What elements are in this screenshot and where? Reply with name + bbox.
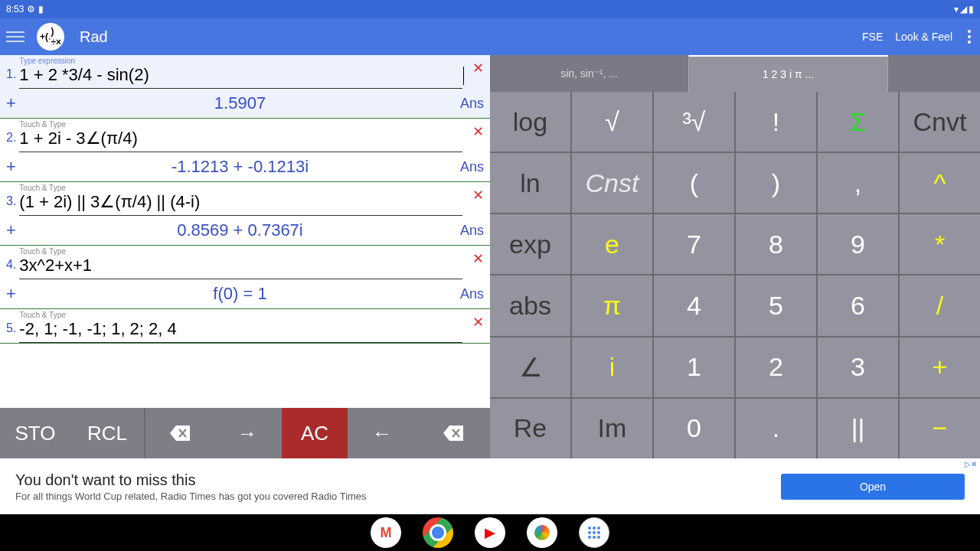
- rcl-button[interactable]: RCL: [72, 408, 142, 458]
- wifi-icon: ▾: [954, 4, 959, 15]
- add-entry-icon[interactable]: +: [6, 93, 20, 113]
- key-abs[interactable]: abs: [490, 276, 570, 335]
- system-nav-bar: M ▶: [0, 514, 980, 551]
- fse-button[interactable]: FSE: [862, 31, 883, 43]
- key-/[interactable]: /: [900, 276, 980, 335]
- key-−[interactable]: −: [900, 399, 980, 458]
- key-||[interactable]: ||: [818, 399, 898, 458]
- key-i[interactable]: i: [572, 337, 652, 397]
- key-)[interactable]: ): [736, 153, 816, 213]
- ad-banner[interactable]: You don't want to miss this For all thin…: [0, 458, 980, 514]
- overflow-menu-icon[interactable]: [965, 30, 974, 44]
- ans-button[interactable]: Ans: [460, 223, 484, 239]
- entry-hint: Touch & Type: [19, 247, 484, 256]
- key-cnst[interactable]: Cnst: [572, 153, 652, 213]
- close-icon[interactable]: ✕: [472, 60, 484, 77]
- entry-result[interactable]: -1.1213 + -0.1213i: [20, 157, 460, 177]
- ad-title: You don't want to miss this: [15, 471, 781, 489]
- ans-button[interactable]: Ans: [460, 159, 484, 175]
- backspace-icon[interactable]: [147, 408, 213, 458]
- keypad-pane: sin, sin⁻¹, ... 1 2 3 i π ... log√³√!ΣCn…: [490, 55, 980, 458]
- ad-subtitle: For all things World Cup related, Radio …: [15, 491, 781, 502]
- photos-icon[interactable]: [527, 517, 557, 548]
- add-entry-icon[interactable]: +: [6, 284, 20, 304]
- entry-expression[interactable]: (1 + 2i) || 3∠(π/4) || (4-i): [19, 192, 462, 216]
- entry-result[interactable]: 0.8569 + 0.7367i: [20, 220, 460, 240]
- key-0[interactable]: 0: [654, 399, 734, 458]
- youtube-icon[interactable]: ▶: [475, 517, 505, 548]
- entry-hint: Type expression: [19, 57, 484, 65]
- key-7[interactable]: 7: [654, 214, 734, 274]
- entry-expression[interactable]: -2, 1; -1, -1; 1, 2; 2, 4: [19, 319, 462, 343]
- key-^[interactable]: ^: [900, 153, 980, 213]
- mode-label[interactable]: Rad: [80, 28, 862, 46]
- key-σ[interactable]: Σ: [818, 92, 898, 152]
- look-feel-button[interactable]: Look & Feel: [895, 31, 952, 43]
- backspace-right-icon[interactable]: [416, 408, 490, 458]
- entry-hint: Touch & Type: [19, 120, 484, 129]
- key-2[interactable]: 2: [736, 337, 816, 397]
- status-time: 8:53: [6, 4, 24, 15]
- history-entry: 5. Touch & Type -2, 1; -1, -1; 1, 2; 2, …: [0, 309, 490, 344]
- entry-expression[interactable]: 1 + 2i - 3∠(π/4): [19, 129, 462, 152]
- close-icon[interactable]: ✕: [472, 123, 484, 140]
- entry-result[interactable]: 1.5907: [20, 93, 460, 113]
- key-6[interactable]: 6: [818, 276, 898, 335]
- key-9[interactable]: 9: [818, 214, 898, 274]
- cursor-right-icon[interactable]: →: [214, 408, 280, 458]
- ans-button[interactable]: Ans: [460, 96, 484, 112]
- key-1[interactable]: 1: [654, 337, 734, 397]
- key-+[interactable]: +: [900, 337, 980, 397]
- key-,[interactable]: ,: [818, 153, 898, 213]
- app-bar: +(.)÷× Rad FSE Look & Feel: [0, 18, 980, 55]
- key-5[interactable]: 5: [736, 276, 816, 335]
- tab-trig[interactable]: sin, sin⁻¹, ...: [490, 55, 688, 92]
- close-icon[interactable]: ✕: [472, 314, 484, 331]
- key-im[interactable]: Im: [572, 399, 652, 458]
- close-icon[interactable]: ✕: [472, 250, 484, 267]
- menu-button[interactable]: [6, 28, 24, 46]
- key-![interactable]: !: [736, 92, 816, 152]
- key-re[interactable]: Re: [490, 399, 570, 458]
- key-e[interactable]: e: [572, 214, 652, 274]
- key-3[interactable]: 3: [818, 337, 898, 397]
- add-entry-icon[interactable]: +: [6, 157, 20, 177]
- entry-number: 3.: [6, 194, 16, 208]
- key-∠[interactable]: ∠: [490, 337, 570, 397]
- key-([interactable]: (: [654, 153, 734, 213]
- sto-button[interactable]: STO: [0, 408, 70, 458]
- entry-number: 5.: [6, 321, 16, 335]
- status-bar: 8:53 ⚙ ▮ ▾ ◢ ▮: [0, 0, 980, 18]
- key-³√[interactable]: ³√: [654, 92, 734, 152]
- ans-button[interactable]: Ans: [460, 286, 484, 302]
- ad-choices-icon[interactable]: ▷✕: [965, 460, 977, 468]
- battery-icon: ▮: [969, 4, 974, 15]
- key-8[interactable]: 8: [736, 214, 816, 274]
- ad-open-button[interactable]: Open: [781, 474, 965, 500]
- signal-icon: ◢: [960, 4, 967, 15]
- key-π[interactable]: π: [572, 276, 652, 335]
- entry-result[interactable]: f(0) = 1: [20, 284, 460, 304]
- key-.[interactable]: .: [736, 399, 816, 458]
- add-entry-icon[interactable]: +: [6, 220, 20, 240]
- gear-icon: ⚙: [27, 4, 35, 15]
- key-ln[interactable]: ln: [490, 153, 570, 213]
- key-cnvt[interactable]: Cnvt: [900, 92, 980, 152]
- entry-number: 2.: [6, 131, 16, 145]
- ac-button[interactable]: AC: [282, 408, 348, 458]
- chrome-icon[interactable]: [423, 517, 453, 548]
- key-log[interactable]: log: [490, 92, 570, 152]
- apps-icon[interactable]: [579, 517, 609, 548]
- key-4[interactable]: 4: [654, 276, 734, 335]
- entry-expression[interactable]: 1 + 2 *3/4 - sin(2): [19, 65, 462, 89]
- history-entry: 2. Touch & Type 1 + 2i - 3∠(π/4) ✕ + -1.…: [0, 119, 490, 182]
- close-icon[interactable]: ✕: [472, 187, 484, 204]
- entry-expression[interactable]: 3x^2+x+1: [19, 256, 462, 279]
- tab-numeric[interactable]: 1 2 3 i π ...: [688, 55, 888, 92]
- cursor-left-icon[interactable]: ←: [349, 408, 415, 458]
- key-exp[interactable]: exp: [490, 214, 570, 274]
- sd-icon: ▮: [38, 4, 44, 15]
- gmail-icon[interactable]: M: [371, 517, 401, 548]
- key-√[interactable]: √: [572, 92, 652, 152]
- key-*[interactable]: *: [900, 214, 980, 274]
